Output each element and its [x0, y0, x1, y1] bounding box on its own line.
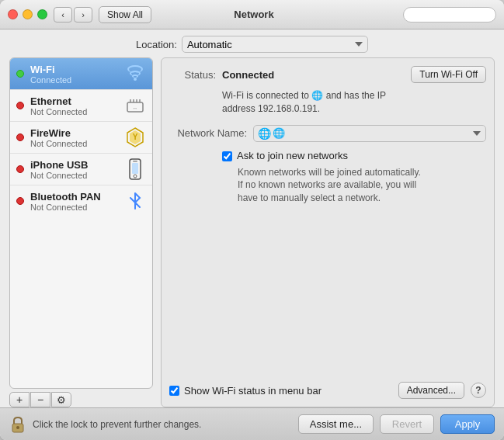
add-network-button[interactable]: +: [9, 392, 30, 407]
panel-controls: + − ⚙: [9, 392, 153, 407]
net-name-firewire: FireWire: [30, 127, 118, 139]
status-label: Status:: [169, 69, 216, 81]
net-status-iphone: Not Connected: [30, 171, 118, 180]
bottom-bar: Show Wi-Fi status in menu bar Advanced..…: [169, 382, 486, 399]
status-desc: Wi-Fi is connected to 🌐 and has the IPad…: [222, 89, 486, 116]
show-menubar-row: Show Wi-Fi status in menu bar: [169, 385, 392, 397]
network-item-wifi[interactable]: Wi-Fi Connected: [10, 58, 152, 90]
network-name-label: Network Name:: [169, 127, 247, 139]
svg-point-12: [134, 175, 137, 178]
net-name-iphone: iPhone USB: [30, 159, 118, 171]
status-dot-firewire: [16, 133, 24, 141]
net-info-firewire: FireWire Not Connected: [30, 127, 118, 148]
lock-text: Click the lock to prevent further change…: [33, 419, 292, 430]
iphone-icon: [124, 158, 146, 180]
auto-join-desc: Known networks will be joined automatica…: [238, 166, 486, 205]
network-item-ethernet[interactable]: Ethernet Not Connected ↔: [10, 90, 152, 122]
ask-join-checkbox[interactable]: [222, 151, 232, 161]
back-button[interactable]: ‹: [54, 7, 72, 23]
lock-icon[interactable]: [9, 416, 26, 433]
location-select[interactable]: Automatic Edit Locations...: [182, 36, 368, 53]
show-menubar-checkbox[interactable]: [169, 386, 179, 396]
net-status-bluetooth: Not Connected: [30, 203, 118, 212]
ask-join-label: Ask to join new networks: [237, 150, 348, 161]
apply-button[interactable]: Apply: [440, 414, 495, 434]
network-select-wrap: 🌐 🌐: [253, 125, 486, 142]
show-menubar-label: Show Wi-Fi status in menu bar: [184, 385, 322, 397]
svg-rect-10: [133, 161, 137, 162]
titlebar: ‹ › Show All Network 🔍: [0, 0, 504, 29]
net-info-ethernet: Ethernet Not Connected: [30, 95, 118, 116]
network-item-iphone-usb[interactable]: iPhone USB Not Connected: [10, 154, 152, 185]
net-name-ethernet: Ethernet: [30, 95, 118, 107]
net-info-bluetooth: Bluetooth PAN Not Connected: [30, 191, 118, 212]
svg-text:↔: ↔: [133, 106, 138, 111]
window-footer: Click the lock to prevent further change…: [0, 407, 504, 440]
network-window: ‹ › Show All Network 🔍 Location: Automat…: [0, 0, 504, 440]
revert-button[interactable]: Revert: [380, 414, 434, 434]
search-wrap: 🔍: [403, 7, 496, 23]
turn-wifi-off-button[interactable]: Turn Wi-Fi Off: [411, 66, 486, 83]
location-label: Location:: [136, 39, 177, 50]
forward-button[interactable]: ›: [74, 7, 92, 23]
network-item-firewire[interactable]: FireWire Not Connected Y: [10, 122, 152, 154]
advanced-button[interactable]: Advanced...: [398, 382, 464, 399]
search-input[interactable]: [403, 7, 496, 23]
network-gear-button[interactable]: ⚙: [51, 392, 71, 407]
close-button[interactable]: [8, 9, 18, 19]
ethernet-icon: ↔: [124, 95, 146, 116]
status-dot-bluetooth: [16, 197, 24, 205]
status-dot-iphone: [16, 165, 24, 173]
window-title: Network: [105, 9, 403, 20]
network-name-row: Network Name: 🌐 🌐: [169, 125, 486, 142]
bluetooth-icon: [124, 190, 146, 212]
maximize-button[interactable]: [37, 9, 47, 19]
nav-buttons: ‹ ›: [54, 7, 92, 23]
left-panel: Wi-Fi Connected: [9, 57, 153, 407]
net-status-wifi: Connected: [30, 75, 118, 85]
network-name-select[interactable]: 🌐: [253, 125, 486, 142]
status-dot-wifi: [16, 70, 24, 78]
svg-point-14: [16, 426, 19, 429]
net-name-wifi: Wi-Fi: [30, 64, 118, 75]
remove-network-button[interactable]: −: [30, 392, 50, 407]
right-panel: Status: Connected Turn Wi-Fi Off Wi-Fi i…: [161, 57, 495, 407]
net-info-wifi: Wi-Fi Connected: [30, 64, 118, 85]
ask-join-row: Ask to join new networks: [222, 150, 486, 161]
status-value: Connected: [222, 69, 274, 81]
network-item-bluetooth[interactable]: Bluetooth PAN Not Connected: [10, 185, 152, 217]
net-status-firewire: Not Connected: [30, 139, 118, 148]
status-dot-ethernet: [16, 102, 24, 109]
help-button[interactable]: ?: [471, 383, 486, 398]
main-content: Wi-Fi Connected: [0, 57, 504, 407]
svg-rect-11: [132, 163, 138, 174]
svg-text:Y: Y: [133, 133, 138, 141]
assist-me-button[interactable]: Assist me...: [298, 414, 374, 434]
firewire-icon: Y: [124, 126, 146, 148]
wifi-icon: [124, 63, 146, 85]
minimize-button[interactable]: [23, 9, 33, 19]
traffic-lights: [8, 9, 47, 19]
net-status-ethernet: Not Connected: [30, 107, 118, 116]
location-bar: Location: Automatic Edit Locations...: [0, 29, 504, 57]
net-info-iphone: iPhone USB Not Connected: [30, 159, 118, 180]
status-row: Status: Connected Turn Wi-Fi Off: [169, 66, 486, 83]
network-list: Wi-Fi Connected: [9, 57, 153, 389]
net-name-bluetooth: Bluetooth PAN: [30, 191, 118, 203]
